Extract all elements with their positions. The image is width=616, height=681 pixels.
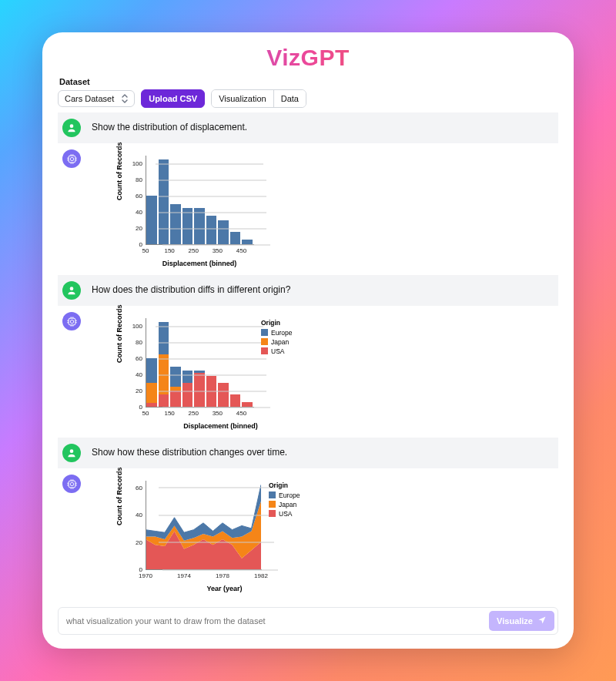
conversation: Show the distribution of displacement.Co…: [58, 112, 558, 607]
message-text: How does the distribution diffs in diffe…: [92, 281, 290, 295]
upload-csv-button[interactable]: Upload CSV: [141, 89, 205, 108]
assistant-message: Count of RecordsYear (year)0204060197019…: [58, 468, 558, 600]
assistant-message: Count of RecordsDisplacement (binned)020…: [58, 143, 558, 275]
message-text: Show the distribution of displacement.: [92, 119, 247, 133]
visualize-label: Visualize: [497, 616, 533, 626]
prompt-input[interactable]: [66, 612, 481, 629]
chevron-updown-icon: [122, 94, 128, 103]
chart-container: Count of RecordsYear (year)0204060197019…: [92, 475, 306, 594]
message-text: Show how these distribution changes over…: [92, 444, 287, 458]
svg-rect-5: [70, 320, 73, 323]
assistant-avatar-icon: [62, 475, 81, 493]
input-bar: Visualize: [58, 607, 558, 635]
legend: OriginEuropeJapanUSA: [261, 318, 292, 356]
user-message: Show the distribution of displacement.: [58, 112, 558, 143]
svg-point-6: [70, 449, 74, 453]
user-avatar-icon: [62, 119, 81, 137]
svg-point-0: [70, 124, 74, 128]
legend: OriginEuropeJapanUSA: [269, 481, 300, 518]
dataset-value: Cars Dataset: [65, 94, 114, 103]
visualize-button[interactable]: Visualize: [489, 611, 554, 631]
assistant-message: Count of RecordsDisplacement (binned)020…: [58, 306, 558, 438]
user-avatar-icon: [62, 444, 81, 462]
view-toggle: Visualization Data: [211, 89, 306, 108]
user-avatar-icon: [62, 281, 81, 300]
toolbar: Cars Dataset Upload CSV Visualization Da…: [58, 89, 558, 108]
chart-container: Count of RecordsDisplacement (binned)020…: [92, 149, 256, 269]
send-icon: [537, 616, 547, 626]
user-message: How does the distribution diffs in diffe…: [58, 275, 558, 306]
chart-container: Count of RecordsDisplacement (binned)020…: [92, 312, 299, 431]
dataset-select[interactable]: Cars Dataset: [58, 90, 135, 107]
svg-rect-4: [69, 318, 75, 325]
app-title: VizGPT: [58, 45, 558, 71]
tab-visualization[interactable]: Visualization: [212, 90, 273, 107]
svg-rect-2: [70, 157, 73, 160]
assistant-avatar-icon: [62, 149, 81, 168]
svg-rect-7: [69, 481, 75, 488]
user-message: Show how these distribution changes over…: [58, 438, 558, 468]
tab-data[interactable]: Data: [273, 90, 306, 107]
dataset-label: Dataset: [59, 77, 558, 86]
assistant-avatar-icon: [62, 312, 81, 330]
chart: Count of RecordsDisplacement (binned)020…: [122, 315, 299, 430]
chart: Count of RecordsDisplacement (binned)020…: [122, 153, 256, 267]
svg-point-3: [70, 287, 74, 290]
app-card: VizGPT Dataset Cars Dataset Upload CSV V…: [42, 32, 574, 649]
svg-rect-8: [70, 482, 73, 485]
svg-rect-1: [69, 156, 75, 163]
chart: Count of RecordsYear (year)0204060197019…: [122, 478, 306, 592]
